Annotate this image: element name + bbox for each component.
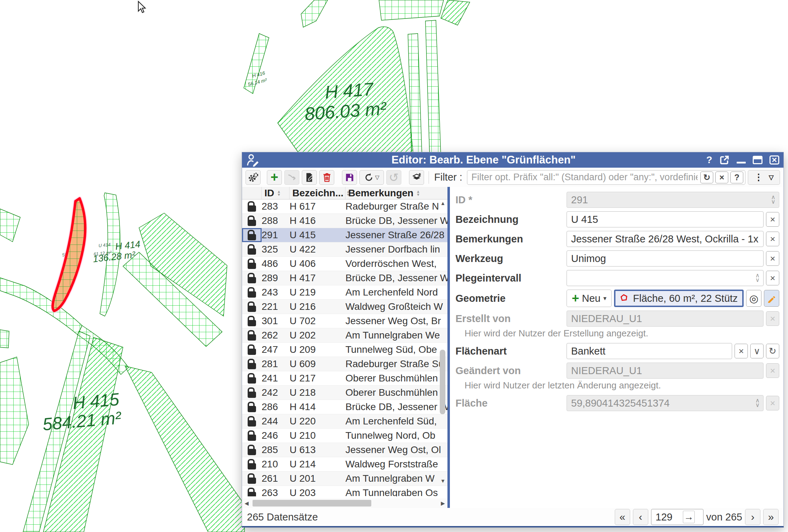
lock-cell[interactable] (242, 271, 262, 285)
cell-id[interactable]: 242 (262, 387, 290, 398)
cell-id[interactable]: 285 (262, 444, 290, 456)
plegeintervall-clear-button[interactable]: × (766, 271, 779, 285)
table-row[interactable]: 281U 609Radeburger Straße Sü (242, 357, 447, 371)
add-record-button[interactable]: + (267, 170, 282, 185)
table-row[interactable]: 262U 202Am Tunnelgraben We (242, 328, 447, 343)
cell-bemerkungen[interactable]: Radeburger Straße Sü (345, 358, 447, 370)
cell-bemerkungen[interactable]: Oberer Buschmühlen (345, 373, 447, 384)
table-row[interactable]: 247U 209Tunnelweg Süd, Obe (242, 343, 447, 357)
dialog-titlebar[interactable]: Editor: Bearb. Ebene "Grünflächen" ? ✕ (242, 152, 783, 168)
cell-id[interactable]: 247 (262, 344, 290, 355)
lock-cell[interactable] (242, 357, 262, 371)
table-row[interactable]: 261U 201Am Tunnelgraben W (242, 472, 447, 486)
cell-bezeichnung[interactable]: U 422 (290, 244, 345, 255)
cell-bezeichnung[interactable]: U 609 (290, 358, 345, 370)
cell-bezeichnung[interactable]: U 209 (290, 344, 345, 355)
cell-bemerkungen[interactable]: Am Tunnelgraben We (345, 330, 447, 341)
cell-bezeichnung[interactable]: H 617 (290, 201, 345, 212)
cell-bemerkungen[interactable]: Radeburger Straße N (345, 201, 447, 212)
cell-bemerkungen[interactable]: Waldweg Forststraße (345, 459, 447, 470)
cell-bemerkungen[interactable]: Waldweg Großteich W (345, 301, 447, 312)
cell-id[interactable]: 263 (262, 487, 290, 496)
table-row[interactable]: 263U 203Am Tunnelgraben Os (242, 486, 447, 496)
lock-cell[interactable] (242, 328, 262, 342)
lock-cell[interactable] (242, 242, 262, 256)
lock-cell[interactable] (242, 429, 262, 443)
cell-id[interactable]: 286 (262, 401, 290, 413)
goto-page-icon[interactable]: → (683, 511, 695, 523)
cell-bezeichnung[interactable]: U 201 (290, 473, 345, 484)
lock-cell[interactable] (242, 257, 262, 271)
cell-id[interactable]: 261 (262, 473, 290, 484)
lock-cell[interactable] (242, 199, 262, 213)
lock-cell[interactable] (242, 300, 262, 314)
cell-bemerkungen[interactable]: Tunnelweg Süd, Obe (345, 344, 447, 355)
table-row[interactable]: 486U 406Vorderröschen West, (242, 257, 447, 271)
geometry-new-button[interactable]: + Neu ▾ (567, 290, 612, 307)
cell-bemerkungen[interactable]: Am Tunnelgraben W (345, 473, 447, 484)
merge-button[interactable] (284, 170, 299, 185)
refresh-dropdown-icon[interactable]: ▽ (375, 174, 379, 181)
cell-bemerkungen[interactable]: Brücke DB, Jessener W (345, 215, 447, 226)
cell-id[interactable]: 291 (262, 229, 290, 241)
cell-id[interactable]: 486 (262, 258, 290, 269)
table-row[interactable]: 221U 216Waldweg Großteich W (242, 300, 447, 314)
cell-bemerkungen[interactable]: Jessener Dorfbach lin (345, 244, 447, 255)
geometry-value-box[interactable]: Fläche, 60 m², 22 Stützpunkte (614, 290, 744, 307)
cell-bemerkungen[interactable]: Brücke DB, Jessener W (345, 272, 447, 284)
lock-cell[interactable] (242, 472, 262, 486)
close-icon[interactable]: ✕ (769, 155, 779, 165)
table-row[interactable]: 242U 218Oberer Buschmühlen (242, 386, 447, 400)
table-row[interactable]: 243U 219Am Lerchenfeld Nord (242, 285, 447, 300)
lock-cell[interactable] (242, 228, 262, 242)
refresh-button[interactable]: ▽ (359, 170, 384, 185)
table-row[interactable]: 301U 702Jessener Weg Ost, Br (242, 314, 447, 328)
cell-bezeichnung[interactable]: H 416 (290, 215, 345, 226)
bemerkungen-clear-button[interactable]: × (766, 232, 779, 246)
cell-bemerkungen[interactable]: Tunnelweg Nord, Ob (345, 430, 447, 441)
more-menu-button[interactable]: ⋮ ▽ (748, 170, 780, 185)
pane-divider[interactable] (447, 187, 450, 508)
lock-cell[interactable] (242, 314, 262, 328)
table-row[interactable]: 210U 214Waldweg Forststraße (242, 457, 447, 472)
table-row[interactable]: 285U 613Jessener Weg Ost, Ol (242, 443, 447, 457)
id-column-header[interactable]: ID ▲▼ (262, 187, 290, 199)
cell-bezeichnung[interactable]: U 202 (290, 330, 345, 341)
table-row[interactable]: 246U 210Tunnelweg Nord, Ob (242, 429, 447, 443)
cell-bezeichnung[interactable]: U 220 (290, 416, 345, 427)
cell-bemerkungen[interactable]: Am Lerchenfeld Süd, (345, 416, 447, 427)
flaechenart-clear-button[interactable]: × (735, 344, 748, 358)
maximize-icon[interactable] (753, 156, 763, 164)
selected-feature-u415[interactable] (53, 198, 85, 311)
cell-bezeichnung[interactable]: U 702 (290, 315, 345, 327)
cell-bezeichnung[interactable]: U 219 (290, 287, 345, 298)
cell-id[interactable]: 241 (262, 373, 290, 384)
filter-help-icon[interactable]: ? (730, 172, 743, 183)
cell-bemerkungen[interactable]: Oberer Buschmühlen (345, 387, 447, 398)
cell-id[interactable]: 244 (262, 416, 290, 427)
cell-bezeichnung[interactable]: U 613 (290, 444, 345, 456)
plegeintervall-input[interactable] (570, 272, 756, 284)
filter-input[interactable] (471, 172, 698, 183)
vertical-scrollbar[interactable]: ▲ ▼ (439, 200, 447, 493)
cell-bemerkungen[interactable]: Am Tunnelgraben Os (345, 487, 447, 496)
flaechenart-refresh-button[interactable]: ↻ (766, 344, 779, 358)
cell-id[interactable]: 301 (262, 315, 290, 327)
filter-refresh-icon[interactable]: ↻ (700, 172, 713, 183)
minimize-icon[interactable] (737, 157, 746, 163)
cell-bezeichnung[interactable]: U 214 (290, 459, 345, 470)
bezeichnung-clear-button[interactable]: × (766, 212, 779, 227)
table-row[interactable]: 289H 417Brücke DB, Jessener W (242, 271, 447, 285)
sort-icon[interactable]: ▲▼ (277, 190, 281, 196)
table-row[interactable]: 288H 416Brücke DB, Jessener W (242, 214, 447, 228)
cell-bezeichnung[interactable]: H 414 (290, 401, 345, 413)
cell-id[interactable]: 221 (262, 301, 290, 312)
lock-cell[interactable] (242, 443, 262, 457)
prev-page-button[interactable]: ‹ (633, 509, 648, 525)
help-icon[interactable]: ? (706, 155, 712, 165)
cell-bezeichnung[interactable]: U 210 (290, 430, 345, 441)
spinner-icon[interactable]: ∧∨ (756, 274, 760, 283)
table-row[interactable]: 241U 217Oberer Buschmühlen (242, 371, 447, 386)
lock-cell[interactable] (242, 414, 262, 428)
lock-cell[interactable] (242, 457, 262, 471)
